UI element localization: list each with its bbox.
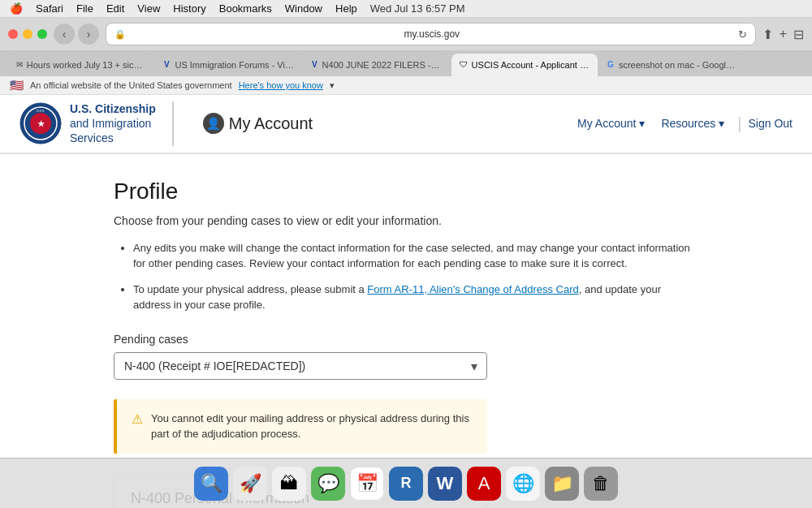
file-menu[interactable]: File: [76, 2, 93, 15]
nav-my-account-label: 👤 My Account: [203, 113, 313, 134]
address-bar[interactable]: 🔒 my.uscis.gov ↻: [106, 23, 756, 45]
uscis-logo-text: U.S. Citizenship and Immigration Service…: [70, 101, 156, 146]
bullet-2: To update your physical address, please …: [133, 282, 698, 313]
resources-nav-link[interactable]: Resources ▾: [654, 114, 731, 133]
my-account-heading: My Account: [229, 114, 313, 133]
dock-word-icon[interactable]: W: [428, 467, 462, 501]
tab-label-vj2: N400 JUNE 2022 FILERS - Page 2 - US...: [322, 60, 442, 70]
nav-buttons: ‹ ›: [54, 24, 99, 45]
uscis-nav-right: My Account ▾ Resources ▾ | Sign Out: [571, 114, 793, 133]
close-button[interactable]: [8, 29, 18, 39]
mac-menu: 🍎 Safari File Edit View History Bookmark…: [0, 2, 475, 15]
uscis-seal-icon: ★ DHS: [19, 102, 62, 144]
edit-menu[interactable]: Edit: [106, 2, 124, 15]
pending-cases-select[interactable]: N-400 (Receipt # IOE[REDACTED]): [114, 352, 487, 380]
view-menu[interactable]: View: [137, 2, 160, 15]
us-flag-icon: 🇺🇸: [10, 79, 24, 92]
google-favicon: G: [607, 60, 615, 70]
safari-menu[interactable]: Safari: [36, 2, 63, 15]
help-menu[interactable]: Help: [335, 2, 357, 15]
dock-r-icon[interactable]: R: [389, 467, 423, 501]
browser-chrome: ‹ › 🔒 my.uscis.gov ↻ ⬆ + ⊟ ✉ Hours worke…: [0, 18, 812, 95]
bullet-1: Any edits you make will change the conta…: [133, 240, 698, 272]
tab-label-vj1: US Immigration Forums - VisaJourney: [175, 60, 294, 70]
tab-label-uscis: USCIS Account - Applicant Profile: [472, 60, 590, 70]
resources-nav-text: Resources: [661, 117, 715, 130]
my-account-dropdown-icon: ▾: [639, 117, 645, 130]
dock-finder-icon[interactable]: 🔍: [194, 467, 228, 501]
resources-dropdown-icon: ▾: [719, 117, 724, 130]
sidebar-button[interactable]: ⊟: [793, 27, 804, 42]
vj2-favicon: V: [312, 60, 319, 70]
reload-icon[interactable]: ↻: [738, 28, 747, 41]
uscis-website: ★ DHS U.S. Citizenship and Immigration S…: [0, 95, 812, 508]
page-subtitle: Choose from your pending cases to view o…: [114, 214, 698, 227]
dropdown-chevron-icon: ▾: [330, 80, 335, 91]
maximize-button[interactable]: [37, 29, 47, 39]
bookmarks-menu[interactable]: Bookmarks: [219, 2, 272, 15]
dock-trash-icon[interactable]: 🗑: [584, 467, 618, 501]
dock-acrobat-icon[interactable]: A: [467, 467, 501, 501]
official-text: An official website of the United States…: [30, 80, 232, 90]
sign-out-link[interactable]: Sign Out: [749, 117, 793, 130]
account-avatar-icon: 👤: [203, 113, 224, 134]
uscis-favicon: 🛡: [460, 60, 469, 70]
dock-calendar-icon[interactable]: 📅: [350, 467, 384, 501]
nav-divider: |: [737, 114, 741, 133]
gmail-favicon: ✉: [16, 60, 24, 70]
heres-how-link[interactable]: Here's how you know: [239, 80, 323, 90]
my-account-nav-link[interactable]: My Account ▾: [571, 114, 651, 133]
official-info-bar: 🇺🇸 An official website of the United Sta…: [0, 76, 812, 95]
tab-label-gmail: Hours worked July 13 + sick time - rebc.…: [27, 60, 146, 70]
browser-action-buttons: ⬆ + ⊟: [762, 27, 804, 42]
tab-gmail[interactable]: ✉ Hours worked July 13 + sick time - reb…: [8, 54, 154, 76]
ar11-link[interactable]: Form AR-11, Alien's Change of Address Ca…: [367, 283, 578, 295]
svg-text:DHS: DHS: [37, 109, 45, 113]
new-tab-button[interactable]: +: [780, 27, 787, 41]
uscis-logo: ★ DHS U.S. Citizenship and Immigration S…: [19, 101, 174, 146]
warning-box: ⚠ You cannot edit your mailing address o…: [114, 399, 487, 454]
tab-label-google: screenshot on mac - Google Search: [619, 60, 737, 70]
window-menu[interactable]: Window: [285, 2, 322, 15]
dock-files-icon[interactable]: 📁: [545, 467, 579, 501]
tab-visajourney1[interactable]: V US Immigration Forums - VisaJourney: [156, 54, 302, 76]
page-content: Profile Choose from your pending cases t…: [0, 154, 812, 508]
back-button[interactable]: ‹: [54, 24, 75, 45]
svg-text:★: ★: [37, 119, 45, 128]
tab-uscis[interactable]: 🛡 USCIS Account - Applicant Profile: [451, 54, 598, 76]
pending-cases-select-wrapper: N-400 (Receipt # IOE[REDACTED]) ▾: [114, 352, 487, 380]
apple-menu[interactable]: 🍎: [10, 2, 23, 15]
dock-messages-icon[interactable]: 💬: [311, 467, 345, 501]
history-menu[interactable]: History: [173, 2, 205, 15]
minimize-button[interactable]: [23, 29, 32, 39]
browser-toolbar: ‹ › 🔒 my.uscis.gov ↻ ⬆ + ⊟: [0, 18, 812, 50]
lock-icon: 🔒: [114, 29, 126, 40]
tab-visajourney2[interactable]: V N400 JUNE 2022 FILERS - Page 2 - US...: [304, 54, 450, 76]
window-controls: [8, 29, 47, 39]
info-bullets: Any edits you make will change the conta…: [133, 240, 698, 313]
page-title: Profile: [114, 179, 698, 204]
vj1-favicon: V: [164, 60, 171, 70]
pending-cases-label: Pending cases: [114, 333, 698, 346]
dock-chrome-icon[interactable]: 🌐: [506, 467, 540, 501]
uscis-nav: 👤 My Account: [190, 113, 555, 134]
share-button[interactable]: ⬆: [762, 27, 773, 42]
datetime: Wed Jul 13 6:57 PM: [370, 2, 465, 15]
warning-triangle-icon: ⚠: [132, 411, 143, 427]
my-account-nav-text: My Account: [577, 117, 636, 130]
dock-launchpad-icon[interactable]: 🚀: [233, 467, 267, 501]
forward-button[interactable]: ›: [78, 24, 99, 45]
dock-photos-icon[interactable]: 🏔: [272, 467, 306, 501]
tab-google[interactable]: G screenshot on mac - Google Search: [599, 54, 745, 76]
browser-tabs: ✉ Hours worked July 13 + sick time - reb…: [0, 50, 812, 76]
mac-menu-bar: 🍎 Safari File Edit View History Bookmark…: [0, 0, 812, 18]
uscis-header: ★ DHS U.S. Citizenship and Immigration S…: [0, 95, 812, 154]
url-text: my.uscis.gov: [131, 28, 733, 40]
account-person-icon: 👤: [206, 117, 220, 130]
warning-message: You cannot edit your mailing address or …: [151, 411, 473, 442]
mac-dock: 🔍 🚀 🏔 💬 📅 R W A 🌐 📁 🗑: [0, 458, 812, 508]
